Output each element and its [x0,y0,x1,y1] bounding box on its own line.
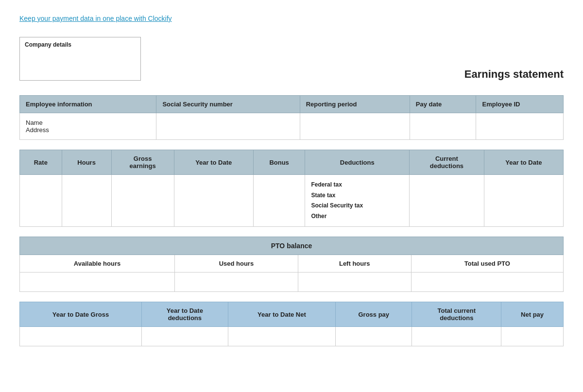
gross-pay-cell [336,327,412,346]
pay-date-header: Pay date [410,96,476,113]
employee-id-cell [476,113,564,140]
rate-header: Rate [20,150,62,175]
header-section: Company details Earnings statement [19,37,564,81]
employee-table-row: NameAddress [20,113,564,140]
employee-table-header-row: Employee information Social Security num… [20,96,564,113]
total-used-pto-header: Total used PTO [411,255,563,273]
net-pay-cell [501,327,564,346]
pto-data-row [20,273,564,292]
total-current-deductions-header: Total currentdeductions [412,302,501,327]
deductions-header: Deductions [305,150,410,175]
year-to-date-cell-2 [484,175,563,227]
clockify-link[interactable]: Keep your payment data in one place with… [19,15,172,22]
total-current-deductions-cell [412,327,501,346]
summary-header-row: Year to Date Gross Year to Datededuction… [20,302,564,327]
used-hours-cell [175,273,298,292]
pto-section-title: PTO balance [20,237,564,255]
net-pay-header: Net pay [501,302,564,327]
available-hours-header: Available hours [20,255,175,273]
year-to-date-header-1: Year to Date [174,150,253,175]
rate-cell [20,175,62,227]
summary-data-row [20,327,564,346]
bonus-cell [253,175,305,227]
employee-id-header: Employee ID [476,96,564,113]
reporting-period-header: Reporting period [300,96,410,113]
year-to-date-header-2: Year to Date [484,150,563,175]
ssn-header: Social Security number [156,96,300,113]
current-deductions-cell [410,175,484,227]
ssn-cell [156,113,300,140]
ytd-deductions-header: Year to Datedeductions [141,302,228,327]
employee-table: Employee information Social Security num… [19,95,564,140]
earnings-table: Rate Hours Grossearnings Year to Date Bo… [19,150,564,227]
ytd-deductions-cell [141,327,228,346]
pto-title-row: PTO balance [20,237,564,255]
employee-info-cell: NameAddress [20,113,156,140]
earnings-header-row: Rate Hours Grossearnings Year to Date Bo… [20,150,564,175]
year-to-date-cell-1 [174,175,253,227]
deductions-cell: Federal taxState taxSocial Security taxO… [305,175,410,227]
hours-cell [62,175,111,227]
gross-pay-header: Gross pay [336,302,412,327]
ytd-gross-cell [20,327,142,346]
company-box: Company details [19,37,141,81]
left-hours-header: Left hours [298,255,411,273]
earnings-title: Earnings statement [464,68,564,81]
left-hours-cell [298,273,411,292]
used-hours-header: Used hours [175,255,298,273]
bonus-header: Bonus [253,150,305,175]
ytd-gross-header: Year to Date Gross [20,302,142,327]
earnings-data-row: Federal taxState taxSocial Security taxO… [20,175,564,227]
hours-header: Hours [62,150,111,175]
gross-earnings-header: Grossearnings [111,150,174,175]
employee-info-header: Employee information [20,96,156,113]
ytd-net-cell [228,327,335,346]
pto-table: PTO balance Available hours Used hours L… [19,237,564,292]
pay-date-cell [410,113,476,140]
total-used-pto-cell [411,273,563,292]
summary-table: Year to Date Gross Year to Datededuction… [19,302,564,346]
pto-sub-header-row: Available hours Used hours Left hours To… [20,255,564,273]
current-deductions-header: Currentdeductions [410,150,484,175]
available-hours-cell [20,273,175,292]
company-box-label: Company details [25,41,71,48]
ytd-net-header: Year to Date Net [228,302,335,327]
reporting-period-cell [300,113,410,140]
gross-earnings-cell [111,175,174,227]
